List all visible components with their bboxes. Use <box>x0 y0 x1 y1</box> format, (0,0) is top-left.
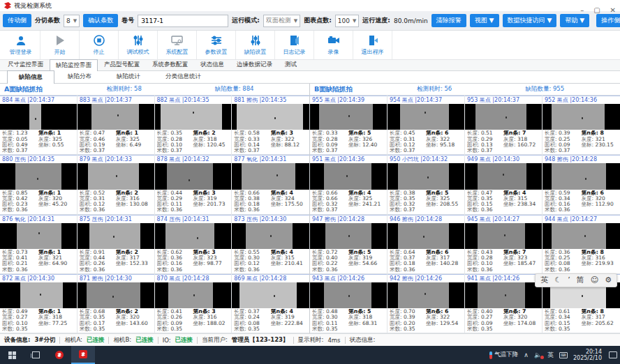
sub-tab-2[interactable]: 缺陷分布 <box>56 70 103 83</box>
main-tab-bar: 尺寸监控界面缺陷监控界面产品型号配置系统参数配置状态信息边缘数据记录测试 <box>0 60 620 71</box>
defect-cell-947[interactable]: 947 擦伤 |20:14:28长度: 0.72宽度: 0.40面积: 0.22… <box>310 215 388 273</box>
defect-cell-880[interactable]: 880 压伤 |20:14:35长度: 0.85宽度: 0.42面积: 0.23… <box>0 155 78 213</box>
cell-info: 长度: 0.39宽度: 0.25面积: 0.09米数: 0.37第n条: 8灰度… <box>542 130 620 154</box>
drive-side-button[interactable]: 传动侧 <box>3 14 31 27</box>
main-tab-4[interactable]: 系统参数配置 <box>146 59 194 70</box>
defect-cell-873[interactable]: 873 压伤 |20:14:30长度: 0.55宽度: 0.30面积: 0.12… <box>232 215 309 273</box>
taskbar-time: 20:14 <box>573 349 602 355</box>
defect-cell-884[interactable]: 884 黑点 |20:14:37长度: 1.23宽度: 0.05面积: 0.49… <box>0 96 78 154</box>
cell-info: 长度: 0.51宽度: 0.29面积: 0.13米数: 0.37第n条: 7灰度… <box>465 130 542 154</box>
defect-panel-a: A面缺陷抓拍检测耗时: 58缺陷数量: 884884 黑点 |20:14:37长… <box>0 84 310 333</box>
defect-cell-871[interactable]: 871 擦伤 |20:14:30长度: 0.68宽度: 0.35面积: 0.17… <box>78 274 155 333</box>
cell-info: 长度: 0.43宽度: 0.28面积: 0.10米数: 0.36第n条: 7灰度… <box>465 249 542 273</box>
camera-a-label: 相机A: <box>64 336 82 344</box>
defect-cell-874[interactable]: 874 压伤 |20:14:31长度: 0.62宽度: 0.36面积: 0.16… <box>155 215 232 273</box>
defect-cell-876[interactable]: 876 氧化 |20:14:31长度: 0.73宽度: 0.41面积: 0.21… <box>0 215 78 273</box>
defect-cell-875[interactable]: 875 压伤 |20:14:31长度: 0.91宽度: 0.44面积: 0.26… <box>78 215 155 273</box>
ime-punct-icon[interactable]: ’ <box>568 274 570 287</box>
sub-tab-3[interactable]: 缺陷统计 <box>105 70 152 83</box>
task-view-button[interactable] <box>24 346 47 364</box>
cell-header: 882 黑点 |20:14:35 <box>155 96 232 104</box>
tool-button-label: 录像 <box>328 48 339 56</box>
defect-cell-878[interactable]: 878 黑点 |20:14:32长度: 0.44宽度: 0.29面积: 0.11… <box>155 155 232 213</box>
help-menu-button[interactable]: 帮助 ▼ <box>560 14 589 27</box>
run-mode-label: 运行模式: <box>232 16 260 25</box>
defect-cell-942[interactable]: 942 擦伤 |20:14:26长度: 0.70宽度: 0.39面积: 0.20… <box>388 274 465 333</box>
defect-cell-949[interactable]: 949 黑点 |20:14:30长度: 0.47宽度: 0.35面积: 0.15… <box>465 155 542 213</box>
cell-info: 长度: 0.66宽度: 0.66面积: 0.32米数: 0.37第n条: 4灰度… <box>310 190 387 214</box>
sub-tab-1[interactable]: 缺陷信息 <box>7 70 54 84</box>
defect-cell-882[interactable]: 882 黑点 |20:14:35长度: 0.35宽度: 0.28面积: 0.10… <box>155 96 232 154</box>
defect-cell-945[interactable]: 945 黑点 |20:14:27长度: 0.43宽度: 0.28面积: 0.10… <box>465 215 542 273</box>
confirm-count-button[interactable]: 确认条数 <box>83 14 118 27</box>
run-mode-select[interactable]: 双面检测 ▼ <box>263 15 300 27</box>
defect-cell-948[interactable]: 948 擦伤 |20:14:28长度: 0.59宽度: 0.34面积: 0.16… <box>542 155 620 213</box>
chart-points-select[interactable]: 100 ▼ <box>335 15 360 27</box>
ime-lang-toggle[interactable]: 英 <box>540 274 548 287</box>
main-tab-2[interactable]: 缺陷监控界面 <box>50 59 98 71</box>
defect-cell-941[interactable]: 941 黑点 |20:14:26长度: 0.40宽度: 0.27面积: 0.09… <box>465 274 542 333</box>
thermometer-icon <box>489 351 492 359</box>
ime-emoji-icon[interactable]: ☺ <box>591 274 598 287</box>
defect-cell-953[interactable]: 953 黑点 |20:14:37长度: 0.51宽度: 0.29面积: 0.13… <box>465 96 542 154</box>
main-tab-5[interactable]: 状态信息 <box>194 59 230 70</box>
main-tab-3[interactable]: 产品型号配置 <box>98 59 146 70</box>
volume-icon[interactable]: 🔈 <box>534 351 542 358</box>
start-button[interactable] <box>0 346 24 364</box>
ime-language-indicator[interactable]: 英 <box>547 351 554 360</box>
tool-button-7[interactable]: 缺陷设置 <box>236 31 275 59</box>
defect-cell-954[interactable]: 954 黑点 |20:14:37长度: 0.45宽度: 0.31面积: 0.12… <box>388 96 465 154</box>
tool-button-3[interactable]: 停止 <box>80 31 119 59</box>
defect-cell-955[interactable]: 955 黑点 |20:14:39长度: 0.33宽度: 0.28面积: 0.09… <box>310 96 388 154</box>
defect-cell-951[interactable]: 951 黑点 |20:14:36长度: 0.66宽度: 0.66面积: 0.32… <box>310 155 388 213</box>
display-time-label: 显示耗时: <box>298 336 324 344</box>
ime-fullhalf-icon[interactable]: ☾ <box>554 274 561 287</box>
view-menu-button[interactable]: 视图 ▼ <box>470 14 499 27</box>
tray-expand-icon[interactable]: ∧ <box>524 351 529 358</box>
defect-cell-872[interactable]: 872 黑点 |20:14:30长度: 0.49宽度: 0.27面积: 0.10… <box>0 274 78 333</box>
defect-cell-883[interactable]: 883 黑点 |20:14:37长度: 0.47宽度: 0.46面积: 0.19… <box>78 96 155 154</box>
tool-button-1[interactable]: 管理登录 <box>1 31 40 59</box>
defect-image <box>232 104 309 130</box>
close-button[interactable]: ✕ <box>610 7 616 14</box>
defect-image <box>465 163 542 189</box>
main-tab-1[interactable]: 尺寸监控界面 <box>1 59 50 70</box>
tool-button-5[interactable]: 系统配置 <box>158 31 197 59</box>
pinned-app-button[interactable] <box>47 346 71 364</box>
defect-image <box>155 104 232 130</box>
defect-cell-869[interactable]: 869 黑点 |20:14:28长度: 0.37宽度: 0.24面积: 0.08… <box>232 274 309 333</box>
defect-cell-877[interactable]: 877 氧化 |20:14:31长度: 0.66宽度: 0.38面积: 0.18… <box>232 155 309 213</box>
data-shortcut-menu-button[interactable]: 数据快捷访问 ▼ <box>503 14 557 27</box>
defect-cell-881[interactable]: 881 擦伤 |20:14:35长度: 0.58宽度: 0.33面积: 0.14… <box>232 96 309 154</box>
main-tab-7[interactable]: 测试 <box>279 59 303 70</box>
tool-button-9[interactable]: 录像 <box>314 31 353 59</box>
operate-side-button[interactable]: 操作侧 <box>596 14 620 27</box>
defect-cell-944[interactable]: 944 黑点 |20:14:27长度: 0.36宽度: 0.25面积: 0.08… <box>542 215 620 273</box>
defect-cell-950[interactable]: 950 小凹坑 |20:14:32长度: 0.38宽度: 0.35面积: 0.3… <box>388 155 465 213</box>
tool-button-8[interactable]: 日志记录 <box>275 31 314 59</box>
defect-cell-879[interactable]: 879 黑点 |20:14:33长度: 0.52宽度: 0.31面积: 0.12… <box>78 155 155 213</box>
clock[interactable]: 20:14 2025/2/10 <box>573 349 602 361</box>
ime-simplified-toggle[interactable]: 简 <box>577 274 584 287</box>
chevron-down-icon: ▼ <box>73 18 77 24</box>
maximize-button[interactable]: ▢ <box>593 7 600 14</box>
tool-button-4[interactable]: 调试模式 <box>119 31 158 59</box>
weather-widget[interactable]: 气温下降 <box>489 351 518 359</box>
slit-count-select[interactable]: 8 ▼ <box>64 15 80 27</box>
minimize-button[interactable]: – <box>580 7 584 14</box>
keyboard-icon[interactable]: ⌨ <box>559 352 568 358</box>
tool-button-10[interactable]: 退出程序 <box>353 31 392 59</box>
active-app-button[interactable] <box>71 346 95 364</box>
defect-cell-946[interactable]: 946 擦伤 |20:14:28长度: 0.64宽度: 0.37面积: 0.18… <box>388 215 465 273</box>
notification-center-icon[interactable] <box>609 351 617 358</box>
defect-cell-952[interactable]: 952 黑点 |20:14:36长度: 0.39宽度: 0.25面积: 0.09… <box>542 96 620 154</box>
ime-settings-icon[interactable]: ⚙ <box>605 274 612 287</box>
clear-alarm-button[interactable]: 清除报警 <box>431 14 466 27</box>
defect-cell-943[interactable]: 943 黑点 |20:14:26长度: 0.48宽度: 0.30面积: 0.11… <box>310 274 388 333</box>
roll-number-input[interactable] <box>138 15 228 27</box>
defect-cell-870[interactable]: 870 黑点 |20:14:28长度: 0.41宽度: 0.26面积: 0.09… <box>155 274 232 333</box>
tool-button-6[interactable]: 参数设置 <box>197 31 236 59</box>
main-tab-6[interactable]: 边缘数据记录 <box>230 59 279 70</box>
tool-button-2[interactable]: 开始 <box>40 31 80 59</box>
sub-tab-4[interactable]: 分类信息统计 <box>154 70 213 83</box>
